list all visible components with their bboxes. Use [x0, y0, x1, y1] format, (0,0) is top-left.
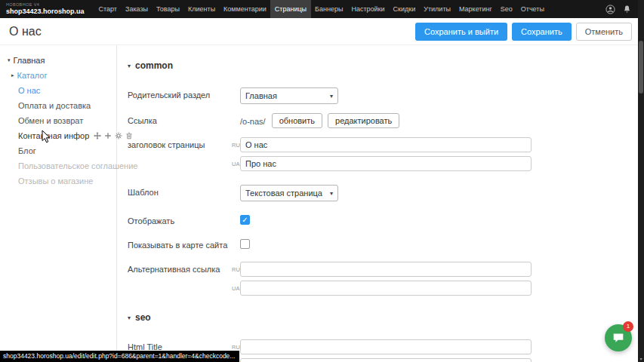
logo[interactable]: НОВОВНОЕ V4 shop34423.horoshop.ua [0, 3, 94, 15]
field-label: Отображать [128, 213, 232, 225]
chevron-down-icon: ▾ [128, 314, 131, 321]
scrollbar-thumb[interactable] [639, 41, 643, 94]
menu-item-products[interactable]: Товары [153, 0, 184, 18]
sidebar-item-label: О нас [18, 83, 40, 98]
sidebar-item-catalog[interactable]: ▸ Каталог [0, 68, 116, 83]
scrollbar-down-arrow[interactable]: ▾ [638, 356, 644, 361]
sidebar-item-label: Каталог [17, 68, 48, 83]
chat-unread-badge: 1 [623, 321, 633, 332]
selected-value: Текстовая страница [245, 189, 322, 198]
topbar: НОВОВНОЕ V4 shop34423.horoshop.ua Старт … [0, 0, 644, 18]
chat-widget-button[interactable]: 1 [605, 324, 632, 351]
add-page-icon[interactable] [104, 132, 112, 140]
notifications-bell-icon[interactable] [622, 5, 632, 14]
chevron-down-icon: ▾ [330, 190, 333, 197]
menu-item-reports[interactable]: Отчеты [516, 0, 548, 18]
chevron-down-icon: ▾ [330, 93, 333, 100]
html-title-ua-input[interactable] [240, 358, 532, 362]
refresh-link-button[interactable]: обновить [272, 113, 322, 128]
topbar-menu: Старт Заказы Товары Клиенты Комментарии … [94, 0, 548, 18]
field-label: Родительский раздел [128, 87, 232, 100]
pages-tree-sidebar: ▾ Главная ▸ Каталог О нас Оплата и доста… [0, 45, 117, 362]
sidebar-item-home[interactable]: ▾ Главная [0, 53, 116, 68]
browser-status-url: shop34423.horoshop.ua/edit/edit.php?id=6… [0, 351, 239, 362]
menu-item-marketing[interactable]: Маркетинг [454, 0, 496, 18]
chevron-right-icon: ▸ [11, 68, 14, 83]
page-title-ru-input[interactable] [240, 137, 532, 152]
parent-section-select[interactable]: Главная ▾ [240, 87, 338, 104]
menu-item-start[interactable]: Старт [94, 0, 121, 18]
move-icon[interactable] [94, 132, 101, 140]
screen: НОВОВНОЕ V4 shop34423.horoshop.ua Старт … [0, 0, 644, 362]
menu-item-clients[interactable]: Клиенты [184, 0, 220, 18]
menu-item-settings[interactable]: Настройки [347, 0, 389, 18]
sidebar-item-label: Главная [14, 53, 45, 68]
lang-ru-label: RU [232, 137, 240, 152]
sidebar-item-blog[interactable]: Блог [0, 143, 116, 158]
field-label: заголовок страницы [128, 137, 232, 149]
page-header: О нас Сохранить и выйти Сохранить Отмени… [0, 18, 644, 45]
header-buttons: Сохранить и выйти Сохранить Отменить [415, 23, 632, 41]
section-title: seo [135, 312, 151, 323]
save-and-exit-button[interactable]: Сохранить и выйти [415, 23, 507, 41]
sidebar-item-store-reviews[interactable]: Отзывы о магазине [0, 173, 116, 189]
edit-form: ▾ common Родительский раздел Главная ▾ С… [117, 45, 644, 362]
section-title: common [135, 60, 173, 71]
menu-item-banners[interactable]: Баннеры [311, 0, 347, 18]
sidebar-item-about[interactable]: О нас [0, 83, 116, 98]
logo-version-label: НОВОВНОЕ V4 [6, 3, 94, 8]
cancel-button[interactable]: Отменить [576, 23, 632, 41]
sidebar-item-label: Обмен и возврат [18, 113, 83, 128]
sidebar-item-exchange-return[interactable]: Обмен и возврат [0, 113, 116, 128]
template-row: Шаблон Текстовая страница ▾ [123, 185, 644, 201]
menu-item-pages[interactable]: Страницы [270, 0, 310, 18]
chevron-down-icon: ▾ [8, 53, 11, 68]
sidebar-item-label: Контактная инфор [18, 128, 89, 143]
page-title-ua-input[interactable] [240, 156, 532, 171]
edit-link-button[interactable]: редактировать [328, 113, 399, 128]
alt-link-ua-input[interactable] [240, 281, 532, 296]
lang-ua-label: UA [232, 281, 240, 296]
page-url-path: /o-nas/ [232, 113, 272, 126]
sidebar-item-label: Отзывы о магазине [18, 173, 93, 189]
main-area: ▾ Главная ▸ Каталог О нас Оплата и доста… [0, 45, 644, 362]
menu-item-orders[interactable]: Заказы [121, 0, 152, 18]
lang-ru-label: RU [232, 262, 240, 277]
field-label: Альтернативная ссылка [128, 262, 232, 274]
link-row: Ссылка /o-nas/ обновить редактировать [123, 113, 644, 128]
alt-link-row: Альтернативная ссылка RU UA [123, 262, 644, 296]
menu-item-utilities[interactable]: Утилиты [420, 0, 455, 18]
page-title: О нас [9, 25, 42, 38]
section-seo-toggle[interactable]: ▾ seo [123, 312, 644, 323]
sidebar-item-user-agreement[interactable]: Пользовательское соглашение [0, 158, 116, 173]
save-button[interactable]: Сохранить [512, 23, 572, 41]
template-select[interactable]: Текстовая страница ▾ [240, 185, 338, 201]
sitemap-row: Показывать в карте сайта [123, 238, 644, 250]
sidebar-item-payment-delivery[interactable]: Оплата и доставка [0, 98, 116, 113]
field-label: Ссылка [128, 113, 232, 125]
shop-domain-label: shop34423.horoshop.ua [6, 8, 94, 15]
scrollbar-track[interactable]: ▾ [638, 0, 644, 362]
sidebar-item-label: Блог [18, 143, 36, 158]
chevron-down-icon: ▾ [128, 63, 131, 69]
sidebar-item-label: Оплата и доставка [18, 98, 91, 113]
parent-section-row: Родительский раздел Главная ▾ [123, 87, 644, 104]
display-checkbox[interactable]: ✓ [240, 215, 250, 225]
sitemap-checkbox[interactable] [240, 239, 250, 249]
field-label: Показывать в карте сайта [128, 238, 232, 250]
section-common-toggle[interactable]: ▾ common [123, 60, 644, 71]
field-label: Шаблон [128, 185, 232, 197]
chat-bubble-icon [612, 331, 625, 345]
menu-item-seo[interactable]: Seo [496, 0, 516, 18]
html-title-ru-input[interactable] [240, 339, 532, 354]
lang-ua-label: UA [232, 156, 240, 171]
selected-value: Главная [245, 91, 277, 100]
sidebar-item-contact-info[interactable]: Контактная инфор [0, 128, 116, 143]
user-account-icon[interactable] [605, 5, 615, 14]
alt-link-ru-input[interactable] [240, 262, 532, 277]
menu-item-discounts[interactable]: Скидки [389, 0, 420, 18]
display-row: Отображать ✓ [123, 213, 644, 225]
menu-item-comments[interactable]: Комментарии [220, 0, 271, 18]
page-title-row: заголовок страницы RU UA [123, 137, 644, 171]
